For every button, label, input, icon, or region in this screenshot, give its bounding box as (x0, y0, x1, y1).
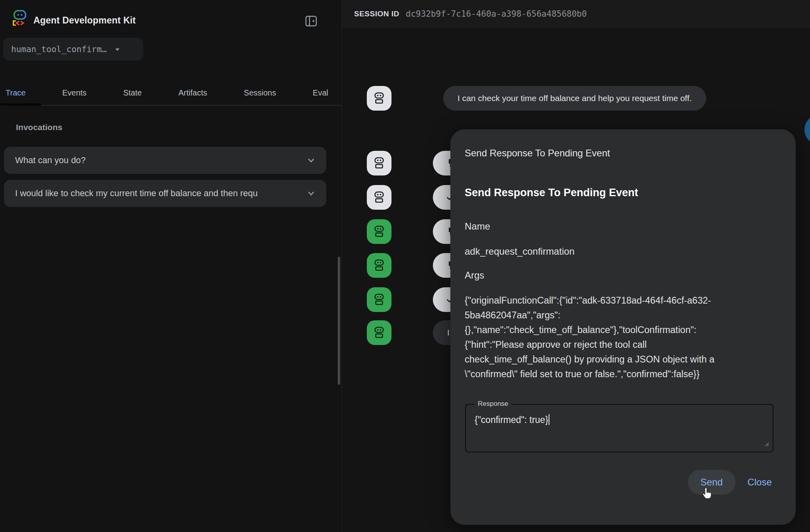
chevron-down-icon (306, 188, 317, 199)
invocation-item-2[interactable]: I would like to check my current time of… (4, 180, 326, 207)
dialog-heading: Send Response To Pending Event (465, 187, 638, 199)
text-caret (549, 414, 549, 425)
invocation-item-1[interactable]: What can you do? (4, 147, 326, 174)
sidebar: Agent Development Kit human_tool_confirm… (0, 0, 342, 532)
resize-handle-icon[interactable] (763, 440, 769, 448)
bot-avatar-icon (367, 185, 391, 210)
app-title: Agent Development Kit (33, 15, 136, 26)
bot-avatar-icon (367, 151, 391, 175)
chevron-down-icon (306, 155, 317, 166)
invocation-text: I would like to check my current time of… (15, 188, 306, 199)
tab-state[interactable]: State (118, 88, 148, 97)
adk-logo-icon (10, 9, 29, 29)
response-field-label: Response (475, 400, 512, 408)
bot-avatar-icon-green (367, 253, 391, 278)
mouse-pointer-cursor (701, 487, 713, 501)
dialog-actions: Send Close (688, 470, 776, 495)
close-button[interactable]: Close (744, 470, 776, 495)
response-textarea[interactable]: Response {"confirmed": true} (465, 404, 773, 452)
args-value: {"originalFunctionCall":{"id":"adk-63371… (465, 293, 775, 382)
args-label: Args (465, 270, 484, 281)
tab-artifacts[interactable]: Artifacts (173, 88, 212, 97)
sidebar-header: Agent Development Kit (0, 0, 341, 34)
session-id-label: SESSION ID (354, 10, 399, 18)
bot-avatar-icon-green (367, 219, 391, 244)
bot-avatar-icon-green (367, 320, 391, 345)
send-response-dialog: Send Response To Pending Event Send Resp… (450, 129, 796, 525)
name-label: Name (465, 221, 490, 232)
agent-select-value: human_tool_confirm… (11, 45, 107, 54)
active-tab-indicator (0, 103, 41, 105)
dialog-title: Send Response To Pending Event (465, 148, 610, 159)
agent-select-dropdown[interactable]: human_tool_confirm… (3, 38, 143, 60)
tab-eval[interactable]: Eval (307, 88, 334, 97)
bot-avatar-icon (367, 86, 391, 111)
chat-message-row: I can check your time off balance and he… (367, 86, 706, 111)
invocations-heading: Invocations (16, 123, 62, 132)
caret-down-icon (113, 45, 122, 54)
agent-message-bubble: I can check your time off balance and he… (443, 86, 706, 111)
sidebar-scrollbar-thumb[interactable] (338, 257, 340, 385)
tab-trace[interactable]: Trace (0, 88, 31, 97)
collapse-panel-button[interactable] (303, 13, 319, 29)
tab-events[interactable]: Events (56, 88, 92, 97)
invocation-text: What can you do? (15, 155, 306, 166)
tab-bar-divider (0, 105, 342, 105)
session-header: SESSION ID dc932b9f-7c16-460a-a398-656a4… (342, 0, 810, 28)
response-field-value: {"confirmed": true} (475, 414, 549, 425)
name-value: adk_request_confirmation (465, 246, 574, 257)
bot-avatar-icon-green (367, 287, 391, 312)
collapse-panel-icon (304, 14, 318, 28)
tab-bar: Trace Events State Artifacts Sessions Ev… (0, 80, 342, 105)
session-id-value: dc932b9f-7c16-460a-a398-656a485680b0 (406, 9, 587, 19)
tab-sessions[interactable]: Sessions (238, 88, 282, 97)
